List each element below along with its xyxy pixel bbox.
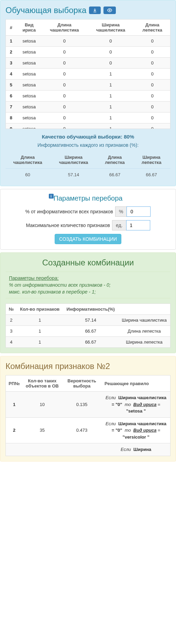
- info-badge[interactable]: i: [49, 194, 54, 199]
- col-sepal-width: Ширина чашелистика: [87, 20, 135, 36]
- feat-val-0: 60: [6, 169, 50, 181]
- download-icon: [92, 8, 97, 13]
- table-row[interactable]: 2setosa000: [6, 47, 170, 58]
- table-row[interactable]: 9setosa010: [6, 123, 170, 129]
- training-title: Обучающая выборка: [6, 5, 86, 15]
- table-row[interactable]: 3setosa000: [6, 58, 170, 69]
- svg-point-0: [109, 10, 111, 11]
- pct-addon: %: [115, 206, 126, 217]
- combo-params-header: Параметры перебора:: [9, 275, 59, 281]
- rule-combo-panel: Комбинация признаков №2 РП№ Кол-во таких…: [0, 356, 176, 462]
- table-row[interactable]: 2350.473Если Ширина чашелистика = "0" то…: [6, 417, 170, 443]
- feat-val-3: 66.67: [132, 169, 170, 181]
- max-input[interactable]: [126, 220, 150, 230]
- training-table-scroll[interactable]: # Вид ириса Длина чашелистика Ширина чаш…: [6, 19, 170, 129]
- max-label: Максимальное количество признаков: [26, 223, 110, 228]
- max-addon: ед.: [112, 220, 126, 230]
- col-species: Вид ириса: [16, 20, 42, 36]
- table-row[interactable]: 4setosa010: [6, 69, 170, 80]
- combos-col-name: [118, 304, 170, 315]
- feat-val-1: 57.14: [50, 169, 97, 181]
- features-table: Длина чашелистика Ширина чашелистика Дли…: [6, 151, 170, 181]
- feat-col-1: Ширина чашелистика: [50, 151, 97, 169]
- pct-label: % от информативности всех признаков: [25, 209, 113, 214]
- download-button[interactable]: [89, 7, 101, 14]
- table-row[interactable]: 6setosa010: [6, 91, 170, 102]
- feat-val-2: 66.67: [97, 169, 132, 181]
- rules-table-scroll[interactable]: РП№ Кол-во таких объектов в ОВ Вероятнос…: [6, 375, 170, 456]
- table-row[interactable]: 4166.67Ширина лепестка: [6, 337, 170, 348]
- table-row[interactable]: 1setosa000: [6, 36, 170, 47]
- rules-col-prob: Вероятность выбора: [62, 375, 102, 392]
- table-row[interactable]: 2157.14Ширина чашелистика: [6, 315, 170, 326]
- training-table: # Вид ириса Длина чашелистика Ширина чаш…: [6, 20, 170, 129]
- table-row[interactable]: 7setosa010: [6, 102, 170, 112]
- search-params-panel: i Параметры перебора % от информативност…: [0, 189, 176, 250]
- rule-combo-title: Комбинация признаков №2: [6, 361, 170, 371]
- table-row[interactable]: Если Ширина: [6, 443, 170, 456]
- combos-col-count: Кол-во признаков: [16, 304, 63, 315]
- eye-icon: [107, 8, 112, 13]
- rules-col-count: Кол-во таких объектов в ОВ: [23, 375, 62, 392]
- combo-params-block: Параметры перебора: % от информативности…: [6, 272, 170, 298]
- combos-table: № Кол-во признаков Информативность(%) 21…: [6, 304, 170, 347]
- feat-col-3: Ширина лепестка: [132, 151, 170, 169]
- pct-input[interactable]: [126, 206, 151, 217]
- informativeness-text: Информативность каждого из признаков (%)…: [6, 142, 170, 148]
- combinations-title: Созданные комбинации: [6, 258, 170, 267]
- feat-col-0: Длина чашелистика: [6, 151, 50, 169]
- combinations-panel: Созданные комбинации Параметры перебора:…: [0, 252, 176, 353]
- feat-col-2: Длина лепестка: [97, 151, 132, 169]
- table-row[interactable]: 8setosa010: [6, 112, 170, 123]
- table-row[interactable]: 1100.135Если Ширина чашелистика = "0" то…: [6, 392, 170, 418]
- search-params-title: i Параметры перебора: [54, 194, 123, 202]
- combo-params-line1: % от информативности всех признаков - 0;: [9, 282, 167, 288]
- combos-table-scroll[interactable]: № Кол-во признаков Информативность(%) 21…: [6, 303, 170, 348]
- rules-table: РП№ Кол-во таких объектов в ОВ Вероятнос…: [6, 375, 170, 456]
- combo-params-line2: макс. кол-во признаков в переборе - 1;: [9, 289, 167, 295]
- training-sample-panel: Обучающая выборка # Вид ириса Длина чаше…: [0, 0, 176, 186]
- create-combinations-button[interactable]: СОЗДАТЬ КОМБИНАЦИИ: [55, 234, 121, 244]
- rules-col-rule: Решающее правило: [102, 375, 170, 392]
- col-index: #: [6, 20, 16, 36]
- col-sepal-length: Длина чашелистика: [42, 20, 87, 36]
- combos-col-inf: Информативность(%): [63, 304, 118, 315]
- table-row[interactable]: 3166.67Длина лепестка: [6, 326, 170, 337]
- col-petal-length: Длина лепестка: [134, 20, 170, 36]
- rules-col-n: РП№: [6, 375, 23, 392]
- quality-text: Качество обучающей выборки: 80%: [6, 134, 170, 140]
- combos-col-n: №: [6, 304, 16, 315]
- table-row[interactable]: 5setosa010: [6, 80, 170, 91]
- view-button[interactable]: [103, 7, 116, 14]
